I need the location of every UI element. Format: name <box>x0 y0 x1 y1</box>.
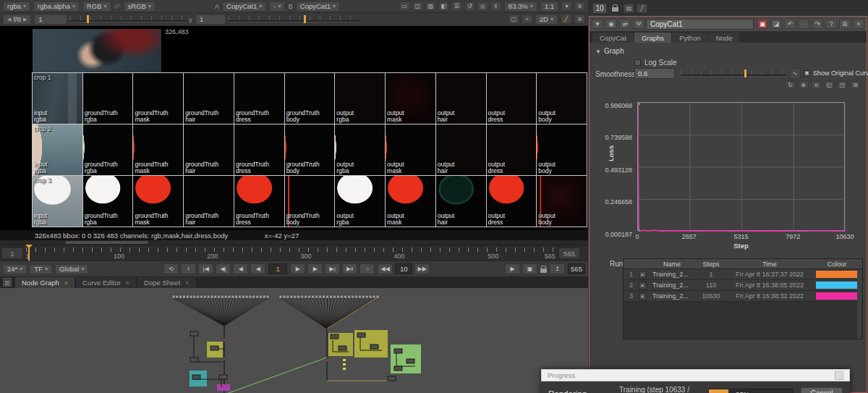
sheet-cell[interactable]: groundTruthmask <box>133 124 184 176</box>
node-graph[interactable] <box>0 288 588 393</box>
sheet-cell[interactable]: outputmask <box>386 124 436 176</box>
header-icon[interactable]: ⇄ <box>619 19 631 29</box>
gamma-field[interactable]: 1 <box>195 14 226 25</box>
cancel-button[interactable]: Cancel <box>801 387 843 393</box>
sheet-cell[interactable]: groundTruthbody <box>285 176 336 227</box>
timeline-start-field[interactable]: 1 <box>1 248 23 259</box>
pixel-aspect-display[interactable]: 1:1 <box>540 1 558 12</box>
input-a-select[interactable]: CopyCat1 <box>222 1 266 12</box>
sheet-cell[interactable]: outputrgba <box>335 124 386 176</box>
sheet-cell[interactable]: groundTruthhair <box>184 176 234 227</box>
chart-tool-icon[interactable]: ⊞ <box>850 80 861 90</box>
viewer-icon[interactable]: ◎ <box>477 1 488 11</box>
chart-tool-icon[interactable]: ⊖ <box>811 80 822 90</box>
viewer-icon[interactable]: ☰ <box>451 1 462 11</box>
flipbook-button[interactable]: ▶ <box>505 263 520 274</box>
header-icon[interactable]: × <box>853 19 864 29</box>
viewer-icon[interactable]: ▭ <box>399 1 410 11</box>
current-frame-field[interactable]: 1 <box>268 263 287 274</box>
viewer-icon[interactable]: ▨ <box>425 1 436 11</box>
transport-button[interactable]: ▶ <box>307 263 323 274</box>
transport-button[interactable]: ◀ <box>233 263 248 274</box>
fstop-control[interactable]: ◀f/8▶ <box>3 14 31 25</box>
roi-tool-icon[interactable]: ▢ <box>509 14 519 24</box>
transport-button[interactable]: ⟲ <box>163 263 179 274</box>
top-strip-icon[interactable]: ╱ <box>637 4 647 13</box>
roi-tool-icon[interactable]: + <box>522 14 532 24</box>
gamma-slider[interactable] <box>229 14 359 24</box>
decrement-button[interactable]: ◀◀ <box>378 263 393 274</box>
viewer-icon[interactable]: ◫ <box>412 1 423 11</box>
prev-arrow-icon[interactable]: ◀ <box>7 17 11 22</box>
sheet-cell[interactable]: groundTruthmask <box>133 176 184 227</box>
plot-area[interactable] <box>637 102 845 231</box>
transport-button[interactable]: ▶ <box>290 263 305 274</box>
lock-range-icon[interactable] <box>540 269 547 273</box>
sheet-cell[interactable]: outputmask <box>386 176 436 227</box>
sheet-cell[interactable]: outputhair <box>436 73 487 124</box>
sheet-cell[interactable]: groundTruthhair <box>184 73 234 124</box>
sheet-cell[interactable]: groundTruthmask <box>133 73 184 124</box>
gain-slider[interactable] <box>70 14 186 24</box>
viewer-corner-icon[interactable]: ≋ <box>574 1 585 11</box>
sheet-cell[interactable]: outputhair <box>436 176 487 227</box>
sheet-cell[interactable]: outputrgba <box>335 73 386 124</box>
viewer-icon[interactable]: ◧ <box>438 1 449 11</box>
close-icon[interactable] <box>835 371 843 380</box>
run-colour-swatch[interactable] <box>816 271 858 278</box>
alpha-layer-select[interactable]: rgba.alpha <box>33 1 80 12</box>
gain-field[interactable]: 1 <box>34 14 67 25</box>
timeline-end-field[interactable]: 565 <box>558 248 580 259</box>
pane-tab[interactable]: Dope Sheet <box>137 277 195 288</box>
properties-tab[interactable]: CopyCat <box>592 33 634 43</box>
smoothness-field[interactable]: 0.6 <box>634 68 675 79</box>
viewer-icon[interactable]: ↺ <box>464 1 475 11</box>
zoom-level-select[interactable]: 83.3% <box>504 1 537 12</box>
viewer-canvas[interactable]: 326,483 crop 1 inputrgba groundTruthrgba… <box>0 26 588 230</box>
sheet-cell[interactable]: outputbody <box>537 176 587 227</box>
header-icon[interactable]: ◪ <box>770 19 782 29</box>
fps-select[interactable]: 24* <box>3 264 27 274</box>
sheet-cell[interactable]: groundTruthhair <box>184 124 234 176</box>
transport-button[interactable]: ▶| <box>325 263 340 274</box>
next-arrow-icon[interactable]: ▶ <box>23 17 27 22</box>
close-icon[interactable] <box>64 279 68 287</box>
sheet-cell[interactable]: outputrgba <box>335 176 386 227</box>
sheet-cell[interactable]: outputbody <box>537 73 587 124</box>
render-icon[interactable]: ↥ <box>550 263 565 274</box>
timeline-ruler[interactable]: 1 1100200300400500565 565 <box>0 245 588 261</box>
sheet-cell[interactable]: outputmask <box>386 73 436 124</box>
properties-tab[interactable]: Python <box>672 33 708 43</box>
properties-tab[interactable]: Graphs <box>634 33 671 43</box>
viewer-lut-select[interactable]: sRGB <box>124 1 156 12</box>
run-colour-swatch[interactable] <box>816 292 858 300</box>
transport-button[interactable]: ◀| <box>216 263 231 274</box>
viewer-corner-icon[interactable]: ▾ <box>561 1 572 11</box>
delete-run-button[interactable] <box>639 282 647 290</box>
top-strip-icon[interactable]: ▤ <box>624 4 634 13</box>
animation-curve-icon[interactable]: ∿ <box>789 68 801 79</box>
sheet-cell[interactable]: groundTruthrgba <box>83 124 134 176</box>
proxy-toggle-icon[interactable]: ≋ <box>574 14 585 24</box>
sheet-cell[interactable]: groundTruthrgba <box>83 176 134 227</box>
chart-tool-icon[interactable]: ↻ <box>785 80 796 90</box>
sheet-cell[interactable]: groundTruthdress <box>234 73 285 124</box>
header-icon[interactable]: Ψ <box>633 19 644 29</box>
sheet-cell[interactable]: outputdress <box>487 124 537 176</box>
transport-button[interactable]: ▶‖ <box>342 263 357 274</box>
sheet-cell[interactable]: groundTruthbody <box>285 73 336 124</box>
chart-tool-icon[interactable]: ◱ <box>824 80 835 90</box>
transport-button[interactable]: ◀ <box>250 263 265 274</box>
transport-button[interactable]: |◀ <box>198 263 213 274</box>
delete-run-button[interactable] <box>639 292 647 300</box>
loss-chart[interactable]: Loss 0.0001870.2466580.4931280.7395980.9… <box>590 95 868 258</box>
chart-tool-icon[interactable]: ⊕ <box>798 80 809 90</box>
transport-button[interactable]: I <box>181 263 196 274</box>
sheet-cell[interactable]: crop 3 inputrgba <box>33 176 83 227</box>
header-icon[interactable]: ◉ <box>605 19 617 29</box>
viewer-icon[interactable]: ‖ <box>490 1 501 11</box>
collapse-triangle-icon[interactable]: ▼ <box>595 48 601 55</box>
sample-pencil-icon[interactable]: ╱ <box>561 14 571 24</box>
runs-scrollbar[interactable] <box>857 270 861 339</box>
header-icon[interactable]: ↷ <box>812 19 823 29</box>
